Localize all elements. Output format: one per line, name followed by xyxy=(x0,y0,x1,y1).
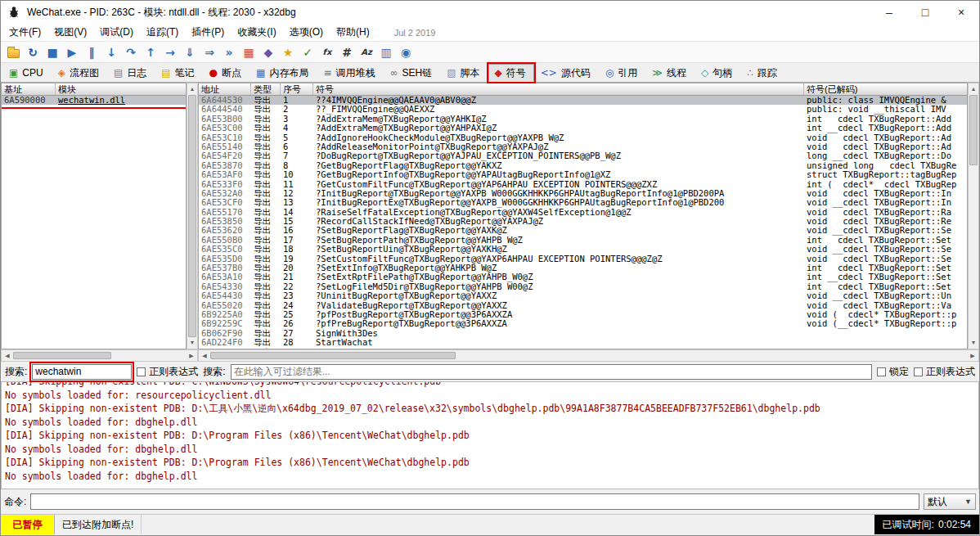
stop-button[interactable]: ■ xyxy=(43,43,62,61)
symbol-row[interactable]: 6A644540导出2??_FIMVQQEngine@@QAEXXZpublic… xyxy=(199,105,967,114)
scroll-up-icon[interactable]: ▲ xyxy=(190,83,196,95)
command-profile-dropdown[interactable]: 默认 ▼ xyxy=(924,493,976,510)
scroll-right-icon[interactable]: ▶ xyxy=(967,353,978,359)
trace-over-button[interactable]: ⇒ xyxy=(200,43,219,61)
symbol-row[interactable]: 6AE55020导出24?ValidateBugReport@TXBugRepo… xyxy=(199,301,967,310)
symbol-row[interactable]: 6AE38240导出29TlsGetData@12 xyxy=(199,348,967,349)
tab-graph[interactable]: ◈流程图 xyxy=(52,64,107,82)
symbol-row[interactable]: 6AE533F0导出11?GetCustomFiltFunc@TXBugRepo… xyxy=(199,180,967,189)
module-regex-checkbox[interactable] xyxy=(137,367,146,376)
scroll-thumb[interactable] xyxy=(13,352,111,359)
scroll-thumb[interactable] xyxy=(969,95,978,165)
symbol-row[interactable]: 6AE53870导出8?GetBugReportFlag@TXBugReport… xyxy=(199,161,967,170)
az-button[interactable]: Az xyxy=(357,43,376,61)
scroll-down-icon[interactable]: ▼ xyxy=(190,337,196,349)
symbol-row[interactable]: 6AE53C10导出5?AddIgnoreHookCheckModule@TXB… xyxy=(199,133,967,142)
menu-debug[interactable]: 调试(D) xyxy=(93,24,140,41)
scroll-right-icon[interactable]: ▶ xyxy=(186,353,197,359)
module-row[interactable]: 6A590000wechatwin.dll xyxy=(2,96,186,105)
symbol-row[interactable]: 6B062F90导出27SignWith3Des xyxy=(199,329,967,338)
menu-file[interactable]: 文件(F) xyxy=(2,24,47,41)
menu-trace[interactable]: 追踪(T) xyxy=(140,24,185,41)
symbol-row[interactable]: 6AE53A10导出21?SetExtRptFilePath@TXBugRepo… xyxy=(199,273,967,282)
pause-button[interactable]: ‖ xyxy=(82,43,101,61)
symbol-row[interactable]: 6A644530导出1??4IMVQQEngine@@QAEAAV0@ABV0@… xyxy=(199,96,967,105)
symbol-search-input[interactable] xyxy=(231,364,872,380)
tab-references[interactable]: ◎引用 xyxy=(599,64,645,82)
module-search-input[interactable] xyxy=(32,364,132,380)
symbol-row[interactable]: 6AE53C00导出4?AddExtraMem@TXBugReport@@YAH… xyxy=(199,124,967,133)
patches-button[interactable]: ▦ xyxy=(239,43,258,61)
symbol-row[interactable]: 6AE53B00导出3?AddExtraMem@TXBugReport@@YAH… xyxy=(199,115,967,124)
symbol-row[interactable]: 6AE55140导出6?AddReleaseMonitorPoint@TXBug… xyxy=(199,142,967,151)
symbol-row[interactable]: 6AE53850导出15?RecordCallStackIfNeed@TXBug… xyxy=(199,217,967,226)
run-to-user-code-button[interactable]: → xyxy=(160,43,180,61)
symbol-regex-option[interactable]: 正则表达式 xyxy=(914,365,975,379)
tab-memory-map[interactable]: ▦内存布局 xyxy=(249,64,317,82)
lock-checkbox[interactable] xyxy=(877,367,886,376)
symbol-row[interactable]: 6AE535C0导出18?SetBugReportUin@TXBugReport… xyxy=(199,245,967,254)
close-button[interactable]: × xyxy=(943,1,979,24)
tab-notes[interactable]: ▤笔记 xyxy=(155,64,202,82)
step-into-button[interactable]: ↓ xyxy=(101,43,121,61)
minimize-button[interactable]: – xyxy=(871,1,907,24)
tab-handles[interactable]: ◇句柄 xyxy=(695,64,740,82)
module-header-name[interactable]: 模块 xyxy=(56,83,186,95)
symbol-row[interactable]: 6AE54330导出22?SetLogFileMd5Dir@TXBugRepor… xyxy=(199,282,967,291)
menu-favourites[interactable]: 收藏夹(I) xyxy=(231,24,282,41)
scroll-up-icon[interactable]: ▲ xyxy=(971,83,977,95)
symbol-header-type[interactable]: 类型 xyxy=(251,83,281,95)
memory-layout-button[interactable]: ▥ xyxy=(376,43,396,61)
maximize-button[interactable]: □ xyxy=(907,1,943,24)
symbol-row[interactable]: 6AD224F0导出28StartWachat xyxy=(199,338,967,347)
module-list-vscrollbar[interactable]: ▲ ▼ xyxy=(187,83,198,349)
tab-symbols[interactable]: ◆符号 xyxy=(488,64,534,82)
menu-help[interactable]: 帮助(H) xyxy=(330,24,376,41)
module-regex-option[interactable]: 正则表达式 xyxy=(137,365,198,379)
tab-source[interactable]: <>源代码 xyxy=(534,64,599,82)
lock-option[interactable]: 锁定 xyxy=(877,365,909,379)
module-list-hscrollbar[interactable]: ◀ ▶ xyxy=(1,349,198,362)
tab-call-stack[interactable]: ≡调用堆栈 xyxy=(317,64,383,82)
symbol-log[interactable]: [DIA] Skipping non-existent PDB: C:\WIND… xyxy=(1,381,979,489)
symbol-row[interactable]: 6AE54F20导出7?DoBugReport@TXBugReport@@YAJ… xyxy=(199,151,967,160)
open-file-button[interactable] xyxy=(3,43,23,61)
tab-seh[interactable]: ∞SEH链 xyxy=(384,64,441,82)
symbol-row[interactable]: 6AE54430导出23?UninitBugReport@TXBugReport… xyxy=(199,291,967,300)
symbol-row[interactable]: 6AE532A0导出12?InitBugReport@TXBugReport@@… xyxy=(199,189,967,198)
fx-button[interactable]: fx xyxy=(317,43,337,61)
symbol-row[interactable]: 6AE535D0导出19?SetCustomFiltFunc@TXBugRepo… xyxy=(199,254,967,263)
scroll-left-icon[interactable]: ◀ xyxy=(2,353,13,359)
symbol-header-demangled[interactable]: 符号(已解码) xyxy=(804,83,967,95)
run-button[interactable]: ▶ xyxy=(62,43,82,61)
check-button[interactable]: ✓ xyxy=(298,43,317,61)
symbol-header-ordinal[interactable]: 序号 xyxy=(281,83,313,95)
hash-button[interactable]: # xyxy=(337,43,357,61)
symbol-header-symbol[interactable]: 符号 xyxy=(313,83,804,95)
menu-plugins[interactable]: 插件(P) xyxy=(185,24,231,41)
symbol-row[interactable]: 6AE53AF0导出10?GetBugReportInfo@TXBugRepor… xyxy=(199,170,967,179)
tab-breakpoints[interactable]: ●断点 xyxy=(203,64,249,82)
globe-button[interactable]: ◉ xyxy=(396,43,416,61)
trace-into-button[interactable]: ⇓ xyxy=(180,43,200,61)
symbol-table-vscrollbar[interactable]: ▲ ▼ xyxy=(968,83,979,349)
restart-button[interactable]: ↻ xyxy=(23,43,43,61)
scroll-thumb[interactable] xyxy=(188,95,196,337)
scroll-thumb[interactable] xyxy=(210,352,456,359)
symbol-row[interactable]: 6AE537B0导出20?SetExtInfo@TXBugReport@@YAH… xyxy=(199,263,967,273)
bookmarks-button[interactable]: ★ xyxy=(278,43,298,61)
tab-script[interactable]: ▧脚本 xyxy=(440,64,488,82)
symbol-row[interactable]: 6B9225A0导出25?pfPostBugReport@TXBugReport… xyxy=(199,310,967,319)
tab-trace[interactable]: ∴跟踪 xyxy=(740,64,785,82)
tab-cpu[interactable]: ▣CPU xyxy=(2,64,52,82)
execute-till-return-button[interactable]: ↑ xyxy=(141,43,160,61)
symbol-header-address[interactable]: 地址 xyxy=(199,83,251,95)
scroll-down-icon[interactable]: ▼ xyxy=(971,337,977,349)
scroll-left-icon[interactable]: ◀ xyxy=(199,353,210,359)
symbol-regex-checkbox[interactable] xyxy=(914,367,923,376)
menu-options[interactable]: 选项(O) xyxy=(283,24,330,41)
animate-button[interactable]: » xyxy=(219,43,239,61)
command-input[interactable] xyxy=(30,493,919,510)
symbol-row[interactable]: 6B92259C导出26?pfPreBugReport@TXBugReport@… xyxy=(199,319,967,328)
symbol-row[interactable]: 6AE53CF0导出13?InitBugReportEx@TXBugReport… xyxy=(199,198,967,207)
